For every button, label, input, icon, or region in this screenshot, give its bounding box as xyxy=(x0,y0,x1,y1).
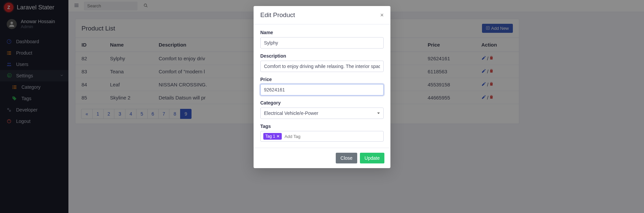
close-button[interactable]: Close xyxy=(336,153,357,163)
tags-box[interactable]: Tag 1 ✕ xyxy=(260,131,384,142)
category-select[interactable]: Electrical Vehicle/e-Power xyxy=(260,108,384,119)
tags-label: Tags xyxy=(260,124,384,129)
price-label: Price xyxy=(260,77,384,82)
update-button[interactable]: Update xyxy=(360,153,384,163)
tag-pill: Tag 1 ✕ xyxy=(263,133,282,140)
tag-input[interactable] xyxy=(284,134,381,139)
description-label: Description xyxy=(260,53,384,59)
edit-product-modal: Edit Product × Name Description Price Ca… xyxy=(254,6,390,168)
price-input[interactable] xyxy=(260,84,384,95)
modal-header: Edit Product × xyxy=(254,6,390,24)
tag-pill-label: Tag 1 xyxy=(265,134,275,139)
close-icon[interactable]: × xyxy=(380,12,384,18)
name-input[interactable] xyxy=(260,37,384,49)
modal-footer: Close Update xyxy=(254,148,390,168)
modal-title: Edit Product xyxy=(260,11,295,19)
description-input[interactable] xyxy=(260,61,384,72)
category-label: Category xyxy=(260,100,384,105)
modal-body: Name Description Price Category Electric… xyxy=(254,24,390,148)
name-label: Name xyxy=(260,30,384,35)
tag-remove-icon[interactable]: ✕ xyxy=(276,134,280,139)
